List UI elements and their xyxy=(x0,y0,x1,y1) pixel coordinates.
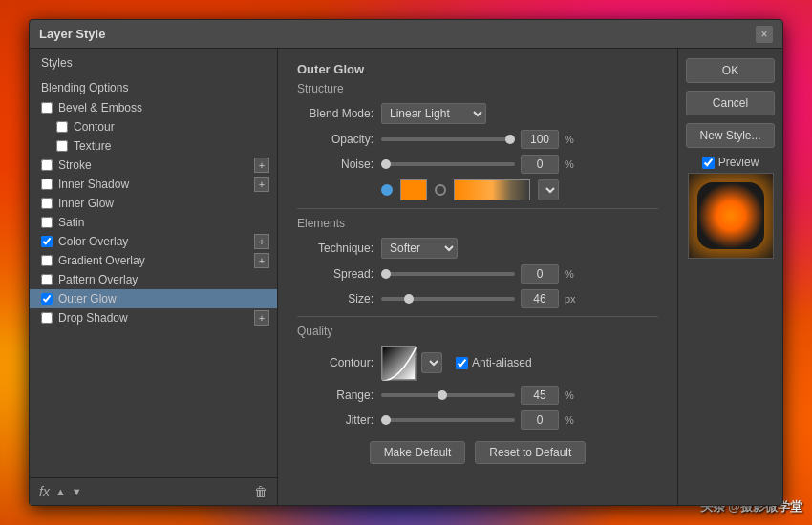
cancel-button[interactable]: Cancel xyxy=(686,91,775,116)
outer-glow-label: Outer Glow xyxy=(58,292,117,305)
sidebar-item-satin[interactable]: Satin xyxy=(30,213,277,232)
preview-glow xyxy=(697,182,764,249)
opacity-input[interactable]: 100 xyxy=(521,130,559,149)
inner-shadow-checkbox[interactable] xyxy=(41,178,53,190)
stroke-add-button[interactable]: + xyxy=(254,158,269,173)
noise-row: Noise: 0 % xyxy=(297,155,658,174)
color-swatch[interactable] xyxy=(400,179,427,200)
range-input[interactable]: 45 xyxy=(521,386,559,405)
jitter-row: Jitter: 0 % xyxy=(297,410,658,430)
preview-checkbox[interactable] xyxy=(702,157,715,169)
preview-section: Preview xyxy=(686,156,775,259)
sidebar-item-outer-glow[interactable]: Outer Glow xyxy=(30,289,277,308)
outer-glow-title: Outer Glow xyxy=(297,62,658,76)
outer-glow-checkbox[interactable] xyxy=(41,293,53,304)
inner-shadow-add-button[interactable]: + xyxy=(254,177,269,192)
size-slider[interactable] xyxy=(381,297,515,301)
sidebar-item-bevel-emboss[interactable]: Bevel & Emboss xyxy=(30,98,277,117)
size-input[interactable]: 46 xyxy=(521,289,559,308)
close-button[interactable]: × xyxy=(756,26,773,43)
fx-label[interactable]: fx xyxy=(39,484,50,499)
inner-glow-checkbox[interactable] xyxy=(41,198,53,209)
sidebar-item-inner-shadow[interactable]: Inner Shadow + xyxy=(30,175,277,194)
opacity-slider[interactable] xyxy=(381,137,515,141)
new-style-button[interactable]: New Style... xyxy=(686,123,775,148)
contour-select[interactable]: ▼ xyxy=(421,352,442,373)
right-panel: OK Cancel New Style... Preview xyxy=(677,49,782,505)
preview-canvas xyxy=(688,173,774,259)
range-unit: % xyxy=(565,389,580,401)
layer-style-dialog: Layer Style × Styles Blending Options Be… xyxy=(29,19,783,506)
opacity-control: 100 % xyxy=(381,130,658,149)
left-panel: Styles Blending Options Bevel & Emboss C… xyxy=(30,49,278,505)
sidebar-item-pattern-overlay[interactable]: Pattern Overlay xyxy=(30,270,277,289)
spread-input[interactable]: 0 xyxy=(521,264,559,284)
contour-preview[interactable] xyxy=(381,346,416,380)
blend-mode-select[interactable]: Linear Light Normal Screen Overlay Soft … xyxy=(381,103,486,124)
blend-mode-row: Blend Mode: Linear Light Normal Screen O… xyxy=(297,103,658,124)
opacity-row: Opacity: 100 % xyxy=(297,130,658,149)
middle-panel: Outer Glow Structure Blend Mode: Linear … xyxy=(278,49,677,505)
color-overlay-add-button[interactable]: + xyxy=(254,234,269,249)
delete-icon[interactable]: 🗑 xyxy=(254,484,267,499)
drop-shadow-checkbox[interactable] xyxy=(41,312,53,324)
sidebar-item-drop-shadow[interactable]: Drop Shadow + xyxy=(30,308,277,327)
jitter-input[interactable]: 0 xyxy=(521,410,559,430)
color-overlay-checkbox[interactable] xyxy=(41,236,53,247)
range-slider[interactable] xyxy=(381,393,515,397)
anti-aliased-checkbox[interactable] xyxy=(456,357,468,369)
dialog-titlebar: Layer Style × xyxy=(30,20,782,49)
sidebar-item-color-overlay[interactable]: Color Overlay + xyxy=(30,232,277,251)
gradient-radio[interactable] xyxy=(435,184,446,196)
bevel-emboss-checkbox[interactable] xyxy=(41,102,53,114)
noise-control: 0 % xyxy=(381,155,658,174)
gradient-swatch[interactable] xyxy=(454,179,530,200)
solid-color-radio[interactable] xyxy=(381,184,393,196)
contour-control: ▼ Anti-aliased xyxy=(381,346,658,380)
contour-checkbox[interactable] xyxy=(56,121,68,133)
spread-row: Spread: 0 % xyxy=(297,264,658,284)
stroke-checkbox[interactable] xyxy=(41,159,53,171)
gradient-overlay-checkbox[interactable] xyxy=(41,255,53,266)
bevel-emboss-label: Bevel & Emboss xyxy=(58,101,142,115)
bottom-buttons: Make Default Reset to Default xyxy=(297,441,658,464)
blend-mode-control: Linear Light Normal Screen Overlay Soft … xyxy=(381,103,658,124)
opacity-unit: % xyxy=(565,134,580,145)
sidebar-item-texture[interactable]: Texture xyxy=(30,136,277,156)
noise-input[interactable]: 0 xyxy=(521,155,559,174)
gradient-type-select[interactable]: ▼ xyxy=(538,179,559,200)
ok-button[interactable]: OK xyxy=(686,58,775,83)
satin-label: Satin xyxy=(58,216,84,229)
jitter-slider[interactable] xyxy=(381,418,515,422)
gradient-overlay-add-button[interactable]: + xyxy=(254,253,269,268)
blending-options-label: Blending Options xyxy=(41,81,128,94)
spread-slider[interactable] xyxy=(381,272,515,276)
preview-label: Preview xyxy=(702,156,759,169)
range-label: Range: xyxy=(297,388,374,402)
pattern-overlay-checkbox[interactable] xyxy=(41,274,53,285)
sidebar-item-blending-options[interactable]: Blending Options xyxy=(30,77,277,98)
technique-select[interactable]: Softer Precise xyxy=(381,238,458,259)
move-down-icon[interactable]: ▼ xyxy=(72,486,82,497)
satin-checkbox[interactable] xyxy=(41,217,53,228)
sidebar-item-inner-glow[interactable]: Inner Glow xyxy=(30,194,277,213)
texture-checkbox[interactable] xyxy=(56,140,68,152)
move-up-icon[interactable]: ▲ xyxy=(55,486,66,497)
anti-aliased-row: Anti-aliased xyxy=(456,356,532,369)
sidebar-item-gradient-overlay[interactable]: Gradient Overlay + xyxy=(30,251,277,270)
drop-shadow-add-button[interactable]: + xyxy=(254,310,269,326)
structure-title: Structure xyxy=(297,82,658,95)
color-row: ▼ xyxy=(381,179,658,200)
styles-title: Styles xyxy=(30,49,277,74)
noise-slider[interactable] xyxy=(381,162,515,166)
sidebar-item-contour[interactable]: Contour xyxy=(30,117,277,136)
blend-mode-label: Blend Mode: xyxy=(297,107,374,120)
spread-unit: % xyxy=(565,268,580,280)
size-row: Size: 46 px xyxy=(297,289,658,308)
technique-row: Technique: Softer Precise xyxy=(297,238,658,259)
pattern-overlay-label: Pattern Overlay xyxy=(58,273,138,286)
make-default-button[interactable]: Make Default xyxy=(370,441,466,464)
reset-default-button[interactable]: Reset to Default xyxy=(475,441,586,464)
sidebar-item-stroke[interactable]: Stroke + xyxy=(30,156,277,175)
color-overlay-label: Color Overlay xyxy=(58,235,128,248)
